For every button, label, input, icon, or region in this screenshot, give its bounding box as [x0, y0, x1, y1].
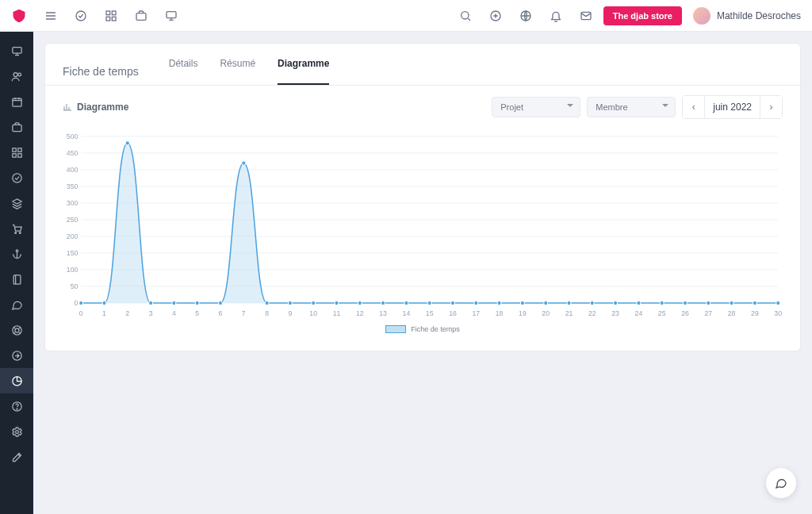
nav-pie[interactable]: [0, 368, 33, 393]
nav-monitor[interactable]: [0, 38, 33, 63]
svg-point-107: [707, 301, 710, 305]
search-icon[interactable]: [459, 10, 472, 22]
svg-text:1: 1: [102, 309, 106, 317]
avatar[interactable]: [693, 7, 710, 25]
svg-text:23: 23: [611, 309, 619, 317]
svg-text:29: 29: [751, 309, 759, 317]
nav-notebook[interactable]: [0, 267, 33, 292]
svg-point-79: [381, 301, 385, 305]
svg-text:14: 14: [403, 309, 411, 317]
chat-fab[interactable]: [766, 468, 796, 498]
svg-text:6: 6: [219, 309, 223, 317]
nav-life-ring[interactable]: [0, 317, 33, 343]
svg-point-75: [335, 301, 339, 305]
bell-icon[interactable]: [550, 10, 562, 22]
svg-text:18: 18: [496, 309, 504, 317]
tab-resume[interactable]: Résumé: [220, 58, 255, 85]
app-logo: [11, 8, 27, 24]
svg-text:150: 150: [67, 249, 79, 257]
chart-area: 0501001502002503003504004505000123456789…: [45, 128, 800, 351]
nav-users[interactable]: [0, 63, 33, 89]
svg-point-20: [12, 173, 21, 182]
select-projet[interactable]: Projet: [492, 97, 580, 117]
svg-point-29: [17, 409, 17, 409]
nav-arrow-circle[interactable]: [0, 343, 33, 368]
month-navigator: ‹ juin 2022 ›: [682, 95, 783, 119]
svg-point-91: [520, 301, 524, 305]
nav-dashboard[interactable]: [0, 140, 33, 165]
svg-point-73: [312, 301, 316, 305]
month-next[interactable]: ›: [760, 96, 782, 118]
nav-layers[interactable]: [0, 190, 33, 216]
svg-text:300: 300: [67, 199, 79, 207]
menu-icon[interactable]: [44, 10, 57, 22]
nav-help[interactable]: [0, 393, 33, 419]
svg-point-12: [13, 72, 17, 76]
svg-point-63: [195, 301, 199, 305]
svg-text:30: 30: [774, 309, 782, 317]
svg-point-89: [497, 301, 501, 305]
svg-point-30: [15, 430, 18, 433]
nav-cart[interactable]: [0, 216, 33, 241]
plus-icon[interactable]: [489, 10, 502, 22]
svg-text:10: 10: [309, 309, 317, 317]
monitor-icon[interactable]: [165, 10, 178, 22]
svg-rect-3: [106, 17, 110, 21]
svg-text:19: 19: [519, 309, 527, 317]
nav-chat[interactable]: [0, 292, 33, 317]
svg-text:22: 22: [588, 309, 596, 317]
svg-point-99: [614, 301, 618, 305]
svg-rect-11: [12, 47, 21, 53]
month-prev[interactable]: ‹: [683, 96, 705, 118]
svg-point-113: [776, 301, 780, 305]
timesheet-chart: 0501001502002503003504004505000123456789…: [63, 132, 783, 320]
store-button[interactable]: The djab store: [603, 6, 682, 25]
chart-legend: Fiche de temps: [63, 325, 783, 333]
svg-point-97: [590, 301, 594, 305]
svg-text:21: 21: [565, 309, 573, 317]
svg-rect-4: [112, 17, 116, 21]
svg-point-87: [474, 301, 478, 305]
svg-rect-1: [106, 11, 110, 15]
svg-point-23: [16, 249, 18, 251]
nav-calendar[interactable]: [0, 89, 33, 114]
mail-icon[interactable]: [580, 10, 592, 22]
svg-text:25: 25: [658, 309, 666, 317]
timesheet-card: Fiche de temps Détails Résumé Diagramme …: [44, 43, 801, 351]
svg-rect-18: [12, 153, 15, 156]
nav-check-circle[interactable]: [0, 165, 33, 190]
svg-text:7: 7: [242, 309, 246, 317]
select-membre[interactable]: Membre: [587, 97, 676, 117]
svg-point-83: [427, 301, 431, 305]
check-icon[interactable]: [75, 10, 87, 22]
tab-details[interactable]: Détails: [169, 58, 198, 85]
svg-point-85: [450, 301, 454, 305]
svg-text:20: 20: [542, 309, 550, 317]
svg-text:200: 200: [67, 232, 79, 240]
nav-edit[interactable]: [0, 444, 33, 470]
nav-anchor[interactable]: [0, 241, 33, 267]
svg-text:15: 15: [426, 309, 434, 317]
svg-text:8: 8: [265, 309, 269, 317]
globe-icon[interactable]: [519, 10, 532, 22]
top-bar: The djab store Mathilde Desroches: [0, 0, 812, 32]
svg-text:350: 350: [67, 182, 79, 190]
nav-briefcase[interactable]: [0, 114, 33, 140]
svg-point-26: [15, 328, 19, 332]
nav-settings[interactable]: [0, 419, 33, 444]
svg-rect-15: [12, 125, 21, 131]
svg-point-22: [19, 232, 21, 233]
svg-text:0: 0: [74, 299, 78, 307]
main: Fiche de temps Détails Résumé Diagramme …: [33, 32, 812, 362]
svg-point-101: [637, 301, 641, 305]
grid-icon[interactable]: [105, 10, 117, 22]
chart-section-label: Diagramme: [77, 102, 128, 113]
briefcase-icon[interactable]: [135, 10, 147, 22]
legend-label: Fiche de temps: [411, 325, 460, 333]
svg-text:250: 250: [67, 216, 79, 224]
svg-point-21: [14, 232, 16, 233]
tab-diagramme[interactable]: Diagramme: [278, 58, 329, 85]
chart-section-title: Diagramme: [63, 102, 128, 113]
legend-swatch: [385, 325, 406, 333]
svg-point-61: [172, 301, 176, 305]
